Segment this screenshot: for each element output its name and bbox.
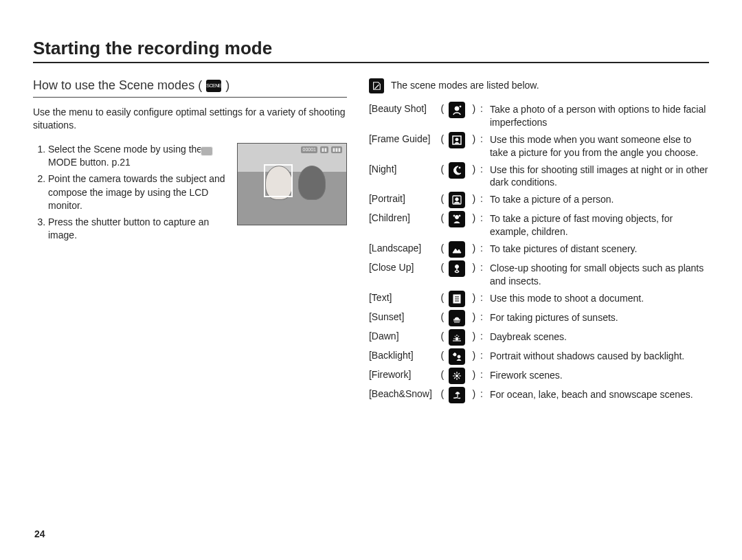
note-text: The scene modes are listed below. — [391, 78, 539, 91]
colon: : — [480, 292, 487, 303]
open-paren: ( — [439, 292, 446, 303]
section-lead: Use the menu to easily configure optimal… — [33, 106, 347, 132]
scene-mode-name: [Text] — [369, 292, 436, 303]
closeup-icon — [449, 260, 465, 277]
open-paren: ( — [439, 103, 446, 114]
scene-mode-desc: Firework scenes. — [490, 369, 709, 382]
colon: : — [480, 133, 487, 144]
scene-mode-row: [Landscape]():To take pictures of distan… — [369, 243, 709, 258]
heading-prefix: How to use the Scene modes ( — [33, 78, 202, 93]
step-item: Select the Scene mode by using the MODE … — [48, 143, 226, 170]
colon: : — [480, 243, 487, 254]
colon: : — [480, 311, 487, 322]
close-paren: ) — [471, 243, 477, 254]
scene-mode-name: [Portrait] — [369, 193, 436, 204]
camera-preview-image: 00001▮▮▮▮▮ — [237, 143, 347, 225]
colon: : — [480, 103, 487, 114]
close-paren: ) — [471, 103, 477, 114]
close-paren: ) — [471, 193, 477, 204]
scene-mode-desc: For taking pictures of sunsets. — [490, 311, 709, 324]
scene-mode-row: [Beach&Snow]():For ocean, lake, beach an… — [369, 388, 709, 403]
note-icon — [369, 78, 384, 93]
step-item: Press the shutter button to capture an i… — [48, 216, 226, 243]
close-paren: ) — [471, 331, 477, 341]
scene-mode-name: [Beach&Snow] — [369, 388, 436, 399]
night-icon — [449, 162, 465, 179]
dawn-icon — [449, 329, 465, 346]
close-paren: ) — [471, 311, 477, 322]
open-paren: ( — [439, 331, 446, 341]
scene-mode-name: [Night] — [369, 164, 436, 175]
colon: : — [480, 369, 487, 380]
heading-suffix: ) — [225, 78, 229, 93]
step-item: Point the camera towards the subject and… — [48, 172, 226, 213]
open-paren: ( — [439, 193, 446, 204]
scene-mode-name: [Dawn] — [369, 331, 436, 341]
colon: : — [480, 331, 487, 341]
close-paren: ) — [471, 350, 477, 361]
open-paren: ( — [439, 388, 446, 399]
scene-mode-name: [Backlight] — [369, 350, 436, 361]
colon: : — [480, 212, 487, 223]
scene-mode-row: [Text]():Use this mode to shoot a docume… — [369, 292, 709, 307]
beach-icon — [449, 387, 465, 403]
scene-mode-row: [Firework]():Firework scenes. — [369, 369, 709, 384]
scene-mode-desc: Use this mode to shoot a document. — [490, 292, 709, 305]
scene-mode-name: [Close Up] — [369, 262, 436, 273]
scene-mode-name: [Beauty Shot] — [369, 103, 436, 114]
scene-mode-desc: Close-up shooting for small objects such… — [490, 262, 709, 288]
section-heading: How to use the Scene modes ( SCENE ) — [33, 78, 347, 98]
open-paren: ( — [439, 369, 446, 380]
scene-mode-row: [Frame Guide]():Use this mode when you w… — [369, 133, 709, 159]
scene-mode-name: [Frame Guide] — [369, 133, 436, 144]
page-number: 24 — [34, 528, 45, 539]
open-paren: ( — [439, 212, 446, 223]
close-paren: ) — [471, 164, 477, 175]
colon: : — [480, 350, 487, 361]
scene-mode-desc: Daybreak scenes. — [490, 331, 709, 344]
open-paren: ( — [439, 133, 446, 144]
open-paren: ( — [439, 164, 446, 175]
portrait-icon — [449, 192, 465, 208]
scene-mode-row: [Portrait]():To take a picture of a pers… — [369, 193, 709, 208]
scene-mode-desc: Use this for shooting still images at ni… — [490, 164, 709, 190]
scene-mode-desc: To take pictures of distant scenery. — [490, 243, 709, 256]
scene-mode-row: [Close Up]():Close-up shooting for small… — [369, 262, 709, 288]
close-paren: ) — [471, 262, 477, 273]
open-paren: ( — [439, 243, 446, 254]
frame-icon — [449, 132, 465, 148]
text-icon — [449, 291, 465, 307]
scene-mode-desc: Take a photo of a person with options to… — [490, 103, 709, 129]
sunset-icon — [449, 310, 465, 326]
scene-mode-name: [Sunset] — [369, 311, 436, 322]
scene-mode-row: [Dawn]():Daybreak scenes. — [369, 331, 709, 346]
landscape-icon — [449, 241, 465, 258]
colon: : — [480, 193, 487, 204]
open-paren: ( — [439, 262, 446, 273]
page-title: Starting the recording mode — [33, 38, 709, 63]
scene-mode-row: [Children]():To take a picture of fast m… — [369, 212, 709, 238]
scene-mode-row: [Night]():Use this for shooting still im… — [369, 164, 709, 190]
scene-mode-icon: SCENE — [206, 80, 221, 92]
firework-icon — [449, 368, 465, 384]
scene-mode-table: [Beauty Shot]():Take a photo of a person… — [369, 103, 709, 403]
close-paren: ) — [471, 292, 477, 303]
scene-mode-row: [Backlight]():Portrait without shadows c… — [369, 350, 709, 365]
scene-mode-desc: To take a picture of fast moving objects… — [490, 212, 709, 238]
scene-mode-name: [Children] — [369, 212, 436, 223]
open-paren: ( — [439, 350, 446, 361]
colon: : — [480, 262, 487, 273]
scene-mode-desc: Portrait without shadows caused by backl… — [490, 350, 709, 363]
scene-mode-name: [Firework] — [369, 369, 436, 380]
close-paren: ) — [471, 133, 477, 144]
backlight-icon — [449, 348, 465, 365]
scene-mode-name: [Landscape] — [369, 243, 436, 254]
close-paren: ) — [471, 369, 477, 380]
open-paren: ( — [439, 311, 446, 322]
scene-mode-desc: For ocean, lake, beach and snowscape sce… — [490, 388, 709, 401]
beauty-icon — [449, 102, 465, 118]
scene-mode-row: [Beauty Shot]():Take a photo of a person… — [369, 103, 709, 129]
colon: : — [480, 164, 487, 175]
step-list: Select the Scene mode by using the MODE … — [33, 143, 226, 245]
scene-mode-row: [Sunset]():For taking pictures of sunset… — [369, 311, 709, 326]
